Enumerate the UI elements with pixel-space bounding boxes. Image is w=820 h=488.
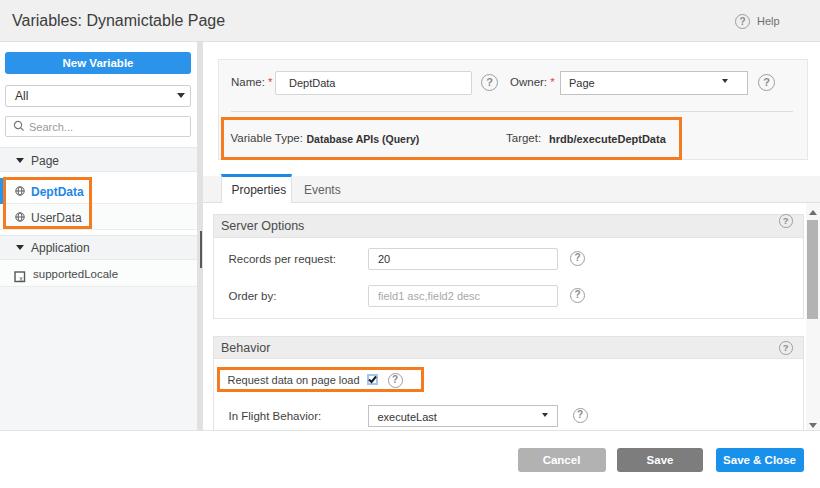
svg-text:x: x: [19, 275, 23, 282]
